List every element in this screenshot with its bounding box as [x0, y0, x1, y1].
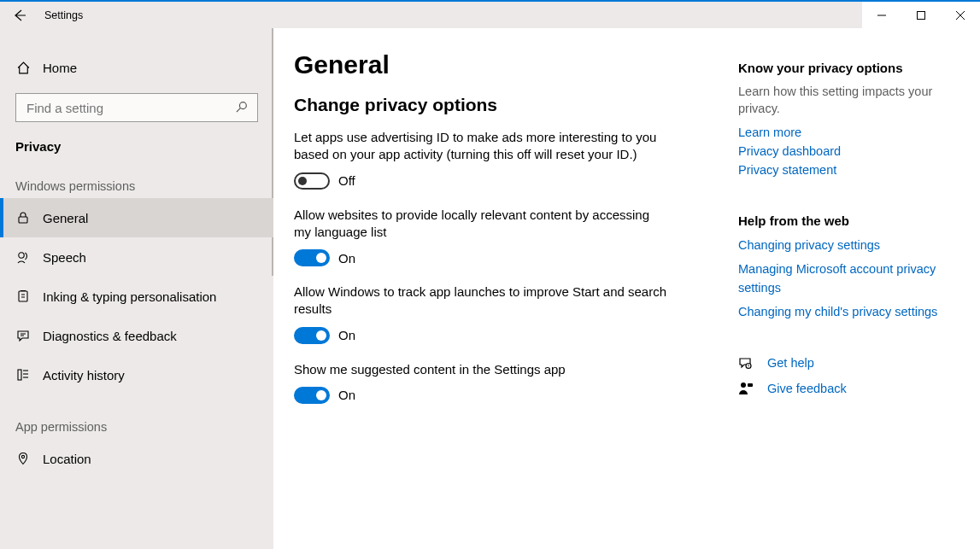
sidebar-item-location[interactable]: Location	[0, 439, 273, 478]
link-changing-privacy-settings[interactable]: Changing privacy settings	[738, 237, 943, 255]
page-title: General	[294, 50, 725, 79]
search-icon	[235, 101, 249, 114]
feedback-person-icon	[738, 381, 754, 396]
toggle-state-label: On	[338, 388, 355, 402]
know-privacy-block: Know your privacy options Learn how this…	[738, 61, 943, 179]
history-icon	[15, 367, 31, 383]
speech-icon	[15, 249, 31, 265]
get-help-row[interactable]: ? Get help	[738, 355, 943, 371]
svg-rect-6	[19, 217, 27, 223]
toggle-state-label: On	[338, 328, 355, 342]
minimize-button[interactable]	[862, 2, 901, 28]
toggle-suggested-content[interactable]	[294, 387, 330, 404]
toggle-state-label: Off	[338, 173, 355, 188]
lock-icon	[15, 210, 31, 225]
sidebar-item-label: Speech	[43, 250, 86, 265]
svg-text:?: ?	[748, 364, 750, 369]
link-managing-ms-account-privacy[interactable]: Managing Microsoft account privacy setti…	[738, 260, 943, 298]
toggle-advertising-id[interactable]	[294, 172, 330, 190]
sidebar-item-inking-typing[interactable]: Inking & typing personalisation	[0, 277, 273, 316]
toggle-state-label: On	[338, 251, 355, 266]
main-column: General Change privacy options Let apps …	[294, 45, 738, 549]
location-icon	[15, 451, 31, 466]
toggle-track-app-launches[interactable]	[294, 327, 330, 344]
know-privacy-subtext: Learn how this setting impacts your priv…	[738, 84, 943, 117]
give-feedback-row[interactable]: Give feedback	[738, 381, 943, 396]
link-changing-child-privacy[interactable]: Changing my child's privacy settings	[738, 303, 943, 322]
setting-description: Let apps use advertising ID to make ads …	[294, 129, 670, 164]
svg-point-16	[741, 383, 746, 388]
sidebar-group-app-permissions: App permissions	[0, 394, 273, 439]
link-learn-more[interactable]: Learn more	[738, 124, 943, 143]
sidebar-item-label: General	[43, 211, 88, 225]
setting-language-list: Allow websites to provide locally releva…	[294, 207, 725, 267]
sidebar-category-heading: Privacy	[0, 126, 273, 154]
svg-rect-8	[19, 291, 27, 301]
know-privacy-heading: Know your privacy options	[738, 61, 943, 75]
give-feedback-link[interactable]: Give feedback	[767, 382, 847, 395]
link-privacy-dashboard[interactable]: Privacy dashboard	[738, 143, 943, 161]
svg-rect-9	[18, 370, 21, 380]
get-help-link[interactable]: Get help	[767, 356, 814, 370]
clipboard-icon	[15, 289, 31, 304]
toggle-language-list[interactable]	[294, 249, 330, 266]
sidebar-home-label: Home	[43, 61, 77, 75]
sidebar-item-label: Location	[43, 452, 91, 466]
sidebar: Home Privacy Windows permissions	[0, 28, 273, 549]
svg-point-7	[19, 253, 24, 258]
sidebar-group-windows-permissions: Windows permissions	[0, 154, 273, 198]
sidebar-item-label: Activity history	[43, 368, 125, 383]
svg-point-13	[21, 455, 24, 458]
sidebar-home[interactable]: Home	[0, 49, 273, 86]
setting-description: Show me suggested content in the Setting…	[294, 361, 670, 378]
sidebar-item-speech[interactable]: Speech	[0, 237, 273, 277]
content-area: General Change privacy options Let apps …	[273, 28, 980, 549]
svg-line-5	[237, 108, 241, 112]
svg-point-4	[239, 102, 246, 109]
help-web-block: Help from the web Changing privacy setti…	[738, 213, 943, 321]
sidebar-item-label: Diagnostics & feedback	[43, 329, 177, 343]
home-icon	[15, 60, 31, 75]
close-icon	[956, 11, 965, 20]
svg-rect-17	[748, 383, 753, 387]
arrow-left-icon	[13, 9, 26, 22]
sidebar-item-activity-history[interactable]: Activity history	[0, 355, 273, 394]
sidebar-item-label: Inking & typing personalisation	[43, 289, 216, 304]
help-bubble-icon: ?	[738, 355, 754, 371]
section-title: Change privacy options	[294, 95, 725, 115]
maximize-button[interactable]	[901, 2, 941, 28]
setting-track-app-launches: Allow Windows to track app launches to i…	[294, 283, 725, 344]
titlebar: Settings	[0, 2, 980, 28]
setting-description: Allow websites to provide locally releva…	[294, 207, 670, 242]
search-box[interactable]	[15, 93, 258, 122]
setting-advertising-id: Let apps use advertising ID to make ads …	[294, 129, 725, 190]
close-button[interactable]	[941, 2, 980, 28]
feedback-icon	[15, 328, 31, 343]
help-web-heading: Help from the web	[738, 213, 943, 228]
sidebar-item-diagnostics-feedback[interactable]: Diagnostics & feedback	[0, 316, 273, 355]
setting-suggested-content: Show me suggested content in the Setting…	[294, 361, 725, 404]
maximize-icon	[917, 11, 925, 20]
link-privacy-statement[interactable]: Privacy statement	[738, 161, 943, 180]
window-title: Settings	[39, 9, 83, 21]
search-input[interactable]	[25, 100, 235, 116]
right-column: Know your privacy options Learn how this…	[738, 45, 960, 549]
sidebar-item-general[interactable]: General	[0, 198, 273, 237]
back-button[interactable]	[0, 2, 39, 28]
setting-description: Allow Windows to track app launches to i…	[294, 283, 670, 318]
minimize-icon	[877, 11, 886, 20]
svg-rect-1	[918, 11, 925, 19]
